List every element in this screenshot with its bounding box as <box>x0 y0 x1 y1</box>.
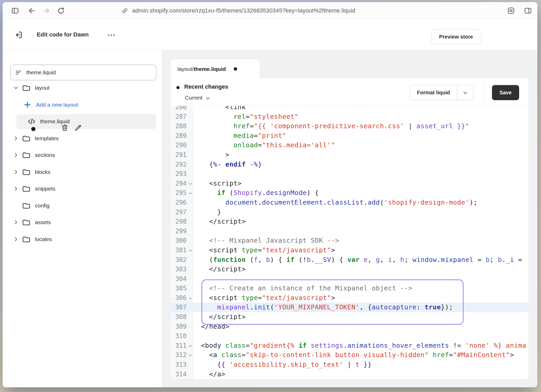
sidebar-item-sections[interactable]: sections <box>3 147 162 164</box>
chevron-right-icon[interactable] <box>12 235 20 243</box>
code-line-294[interactable]: 294 <script> <box>171 179 528 188</box>
sidebar-item-theme.liquid[interactable]: theme.liquid <box>3 113 162 130</box>
line-number: 299 <box>171 226 193 236</box>
line-number: 291 <box>171 150 193 160</box>
folder-icon <box>22 83 31 92</box>
code-line-314[interactable]: 314 </a> <box>171 370 528 379</box>
code-line-303[interactable]: 303 </script> <box>171 265 528 274</box>
file-tree: layoutAdd a new layouttheme.liquidtempla… <box>3 79 162 248</box>
code-line-287[interactable]: 287 rel="stylesheet" <box>171 112 528 122</box>
more-menu-icon[interactable] <box>107 31 116 40</box>
code-line-text <box>193 274 528 284</box>
code-line-295[interactable]: 295 if (Shopify.designMode) { <box>171 188 528 198</box>
code-line-289[interactable]: 289 media="print" <box>171 131 528 141</box>
sidebar-item-label: blocks <box>35 169 51 175</box>
line-number: 295 <box>171 188 193 198</box>
url-text: admin.shopify.com/store/rzq1xu-f5/themes… <box>132 7 355 14</box>
code-line-291[interactable]: 291 > <box>171 150 528 160</box>
sidebar-item-templates[interactable]: templates <box>3 130 162 147</box>
folder-icon <box>22 134 31 143</box>
sidebar-item-label: Add a new layout <box>36 102 78 108</box>
exit-icon[interactable] <box>14 30 24 40</box>
code-line-313[interactable]: 313 {{ 'accessibility.skip_to_text' | t … <box>171 360 528 370</box>
code-line-302[interactable]: 302 (function (f, b) { if (!b.__SV) { va… <box>171 255 528 265</box>
folder-icon <box>22 151 31 160</box>
sidebar-item-blocks[interactable]: blocks <box>3 164 162 181</box>
preview-store-button[interactable]: Preview store <box>431 29 481 44</box>
sidebar-item-config[interactable]: config <box>3 197 162 214</box>
chevron-right-icon[interactable] <box>12 185 20 193</box>
chevron-down-icon[interactable] <box>12 84 20 92</box>
code-line-310[interactable]: 310 <box>171 331 528 341</box>
back-arrow-icon[interactable] <box>28 7 36 15</box>
browser-window: admin.shopify.com/store/rzq1xu-f5/themes… <box>3 2 537 387</box>
tab-path-prefix: layout/ <box>177 66 194 72</box>
code-line-298[interactable]: 298 </script> <box>171 217 528 226</box>
code-line-301[interactable]: 301 <script type="text/javascript"> <box>171 246 528 255</box>
code-line-286[interactable]: 286 <link <box>171 106 528 112</box>
fold-chevron-icon[interactable] <box>189 191 192 194</box>
code-line-text: media="print" <box>193 131 528 141</box>
fold-chevron-icon[interactable] <box>189 296 192 299</box>
fold-chevron-icon[interactable] <box>189 344 192 347</box>
code-line-text: </script> <box>193 265 528 274</box>
code-line-text: <body class="gradient{% if settings.anim… <box>193 341 528 351</box>
tune-icon[interactable] <box>507 7 515 15</box>
code-line-312[interactable]: 312 <a class="skip-to-content-link butto… <box>171 350 528 360</box>
code-line-296[interactable]: 296 document.documentElement.classList.a… <box>171 198 528 207</box>
save-button[interactable]: Save <box>492 85 519 100</box>
chevron-right-icon[interactable] <box>12 168 20 176</box>
sidebar-item-snippets[interactable]: snippets <box>3 180 162 197</box>
code-line-297[interactable]: 297 } <box>171 207 528 217</box>
reload-icon[interactable] <box>57 7 65 15</box>
version-dropdown[interactable]: Current <box>185 95 209 101</box>
code-line-292[interactable]: 292 {%- endif -%} <box>171 160 528 169</box>
code-line-text: </a> <box>193 370 528 379</box>
format-dropdown-toggle[interactable] <box>457 85 473 100</box>
code-line-290[interactable]: 290 onload="this.media='all'" <box>171 140 528 150</box>
code-line-293[interactable]: 293 <box>171 169 528 179</box>
code-line-300[interactable]: 300 <!-- Mixpanel Javascript SDK --> <box>171 236 528 246</box>
chevron-right-icon[interactable] <box>12 151 20 159</box>
tab-theme-liquid[interactable]: layout/theme.liquid <box>171 59 260 78</box>
editor-toolbar: Recent changes Current Format liquid Sav… <box>171 78 528 106</box>
code-line-306[interactable]: 306 <script type="text/javascript"> <box>171 293 528 303</box>
sidebar-item-locales[interactable]: locales <box>3 231 162 248</box>
sidebar-item-label: sections <box>35 152 55 158</box>
fold-chevron-icon[interactable] <box>189 353 192 357</box>
file-search[interactable] <box>10 65 156 80</box>
line-number: 306 <box>171 293 193 303</box>
format-liquid-button[interactable]: Format liquid <box>410 85 473 100</box>
sidebar-toggle-icon[interactable] <box>11 7 19 15</box>
code-line-text: {%- endif -%} <box>193 160 528 169</box>
chevron-right-icon[interactable] <box>12 218 20 226</box>
code-line-307[interactable]: 307 mixpanel.init('YOUR_MIXPANEL_TOKEN',… <box>171 303 528 312</box>
sidebar-item-label: snippets <box>35 186 55 192</box>
code-editor[interactable]: 286 <link287 rel="stylesheet"288 href="{… <box>171 106 528 379</box>
split-view-icon[interactable] <box>524 7 532 15</box>
code-line-304[interactable]: 304 <box>171 274 528 284</box>
forward-arrow-icon[interactable] <box>42 7 51 15</box>
code-line-299[interactable]: 299 <box>171 226 528 236</box>
code-line-308[interactable]: 308 </script> <box>171 312 528 322</box>
line-number: 301 <box>171 246 193 255</box>
sidebar-item-assets[interactable]: assets <box>3 214 162 231</box>
chevron-right-icon[interactable] <box>12 134 20 142</box>
line-number: 312 <box>171 350 193 360</box>
code-line-288[interactable]: 288 href="{{ 'component-predictive-searc… <box>171 121 528 131</box>
line-number: 305 <box>171 284 193 293</box>
search-input[interactable] <box>26 69 152 76</box>
fold-chevron-icon[interactable] <box>189 182 192 185</box>
code-line-text: <script type="text/javascript"> <box>193 293 528 303</box>
code-line-311[interactable]: 311 <body class="gradient{% if settings.… <box>171 341 528 351</box>
recent-changes-label: Recent changes <box>184 83 228 90</box>
address-bar[interactable]: admin.shopify.com/store/rzq1xu-f5/themes… <box>121 6 355 16</box>
line-number: 313 <box>171 360 193 370</box>
sidebar-item-add-a-new-layout[interactable]: Add a new layout <box>3 96 162 113</box>
line-number: 303 <box>171 265 193 274</box>
code-line-text: {{ 'accessibility.skip_to_text' | t }} <box>193 360 528 370</box>
code-line-305[interactable]: 305 <!-- Create an instance of the Mixpa… <box>171 284 528 293</box>
code-line-309[interactable]: 309 </head> <box>171 322 528 332</box>
sidebar-item-layout[interactable]: layout <box>3 79 162 96</box>
fold-chevron-icon[interactable] <box>189 248 192 252</box>
